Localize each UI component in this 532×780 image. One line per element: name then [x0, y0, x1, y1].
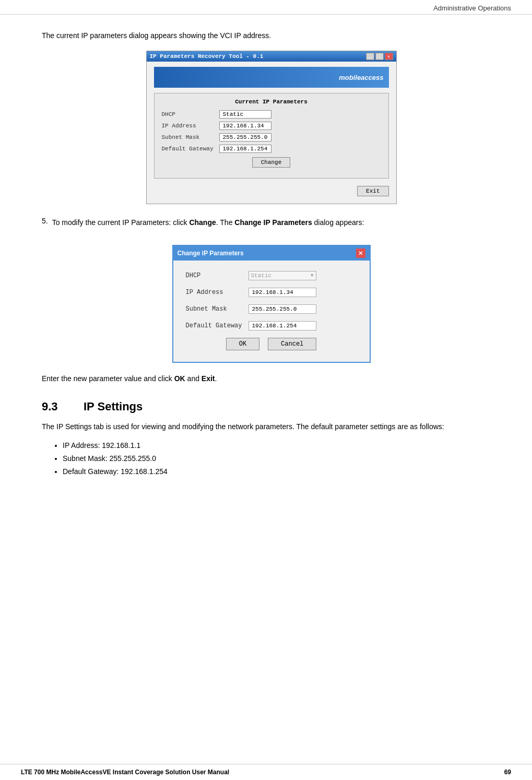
param-label-subnet: Subnet Mask — [162, 134, 219, 140]
param-row-subnet: Subnet Mask 255.255.255.0 — [162, 133, 381, 141]
change-input-gateway[interactable] — [249, 321, 316, 330]
logo-bar: mobileaccess — [154, 67, 389, 88]
first-dialog-titlebar: IP Parameters Recovery Tool - 0.1 _ □ ✕ — [147, 51, 396, 62]
enter-bold2: Exit — [202, 374, 215, 383]
section-title: IP Settings — [84, 400, 143, 413]
param-row-dhcp: DHCP Static — [162, 110, 381, 119]
change-label-ip: IP Address — [186, 289, 249, 296]
exit-button[interactable]: Exit — [357, 186, 388, 196]
param-label-ip: IP Address — [162, 123, 219, 129]
param-value-ip: 192.168.1.34 — [219, 122, 271, 130]
param-row-gateway: Default Gateway 192.168.1.254 — [162, 145, 381, 153]
enter-text-after: . — [215, 374, 217, 383]
change-dialog-title: Change IP Parameters — [178, 250, 244, 257]
inner-dialog-title: Current IP Parameters — [162, 99, 381, 105]
page-footer: LTE 700 MHz MobileAccessVE Instant Cover… — [0, 764, 532, 780]
change-dialog-close[interactable]: ✕ — [356, 249, 365, 258]
change-dialog-btn-row: OK Cancel — [186, 338, 357, 350]
page-content: The current IP parameters dialog appears… — [0, 15, 532, 510]
change-btn-row: Change — [162, 157, 381, 168]
titlebar-buttons: _ □ ✕ — [366, 53, 393, 60]
change-select-dhcp[interactable]: Static ▼ — [249, 271, 316, 280]
bullet-list: IP Address: 192.168.1.1 Subnet Mask: 255… — [63, 439, 501, 479]
enter-bold1: OK — [174, 374, 185, 383]
inner-dialog: Current IP Parameters DHCP Static IP Add… — [154, 93, 389, 179]
enter-text: Enter the new parameter value and click … — [42, 373, 501, 384]
close-btn[interactable]: ✕ — [385, 53, 393, 60]
bullet-text-3: Default Gateway: 192.168.1.254 — [63, 467, 168, 476]
step5-bold2: Change IP Parameters — [234, 218, 312, 227]
step5-text-before: To modify the current IP Parameters: cli… — [52, 218, 187, 227]
change-param-subnet: Subnet Mask — [186, 304, 357, 314]
footer-right: 69 — [504, 769, 511, 776]
change-param-gateway: Default Gateway — [186, 321, 357, 330]
change-label-gateway: Default Gateway — [186, 322, 249, 329]
param-label-dhcp: DHCP — [162, 111, 219, 117]
dropdown-arrow-icon: ▼ — [311, 273, 313, 278]
change-label-dhcp: DHCP — [186, 272, 249, 279]
first-dialog-screenshot: IP Parameters Recovery Tool - 0.1 _ □ ✕ … — [146, 51, 397, 204]
bullet-item-1: IP Address: 192.168.1.1 — [63, 439, 501, 452]
enter-text-before: Enter the new parameter value and click — [42, 374, 172, 383]
param-label-gateway: Default Gateway — [162, 146, 219, 152]
bullet-text-2: Subnet Mask: 255.255.255.0 — [63, 454, 156, 463]
step5-text-mid: . The — [216, 218, 233, 227]
step5-bold1: Change — [189, 218, 216, 227]
change-ip-dialog: Change IP Parameters ✕ DHCP Static ▼ IP … — [172, 245, 371, 363]
section-number: 9.3 — [42, 400, 73, 413]
change-button[interactable]: Change — [252, 157, 291, 168]
step5-text: To modify the current IP Parameters: cli… — [52, 217, 364, 228]
restore-btn[interactable]: □ — [375, 53, 384, 60]
step5-text-after: dialog appears: — [314, 218, 364, 227]
bullet-text-1: IP Address: 192.168.1.1 — [63, 441, 140, 450]
first-dialog-footer: Exit — [154, 184, 389, 196]
minimize-btn[interactable]: _ — [366, 53, 374, 60]
step5-row: 5. To modify the current IP Parameters: … — [42, 217, 501, 237]
bullet-item-2: Subnet Mask: 255.255.255.0 — [63, 452, 501, 465]
change-dialog-titlebar: Change IP Parameters ✕ — [173, 246, 370, 261]
param-value-dhcp: Static — [219, 110, 271, 119]
logo-text: mobileaccess — [339, 74, 383, 81]
step5-number: 5. — [42, 217, 48, 237]
bullet-item-3: Default Gateway: 192.168.1.254 — [63, 465, 501, 478]
enter-text-mid: and — [187, 374, 199, 383]
cancel-button[interactable]: Cancel — [268, 338, 316, 350]
change-param-ip: IP Address — [186, 288, 357, 297]
page-header: Administrative Operations — [0, 0, 532, 15]
change-input-subnet[interactable] — [249, 304, 316, 314]
ok-button[interactable]: OK — [226, 338, 259, 350]
first-dialog-title: IP Parameters Recovery Tool - 0.1 — [150, 53, 264, 60]
header-title: Administrative Operations — [433, 4, 511, 12]
change-input-ip[interactable] — [249, 288, 316, 297]
intro-text: The current IP parameters dialog appears… — [42, 30, 501, 41]
change-dialog-body: DHCP Static ▼ IP Address Subnet Mask Def… — [173, 261, 370, 362]
param-row-ip: IP Address 192.168.1.34 — [162, 122, 381, 130]
footer-left: LTE 700 MHz MobileAccessVE Instant Cover… — [21, 769, 229, 776]
section-body: The IP Settings tab is used for viewing … — [42, 421, 501, 432]
first-dialog-body: mobileaccess Current IP Parameters DHCP … — [147, 62, 396, 204]
change-select-dhcp-value: Static — [251, 273, 272, 279]
change-label-subnet: Subnet Mask — [186, 305, 249, 313]
section-heading: 9.3 IP Settings — [42, 400, 501, 413]
param-value-gateway: 192.168.1.254 — [219, 145, 271, 153]
change-param-dhcp: DHCP Static ▼ — [186, 271, 357, 280]
param-value-subnet: 255.255.255.0 — [219, 133, 271, 141]
